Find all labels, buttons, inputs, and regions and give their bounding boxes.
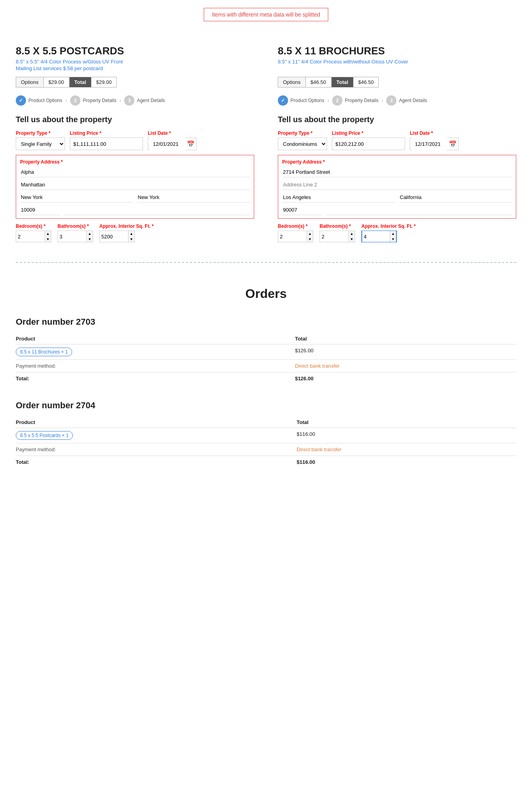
bathrooms-spinner-left: ▲ ▼ <box>58 231 93 242</box>
property-type-group-left: Property Type * Single Family Condominiu… <box>16 130 65 150</box>
list-date-input-right[interactable] <box>412 138 447 150</box>
property-type-select-left[interactable]: Single Family Condominiums Townhouse <box>16 138 65 150</box>
product-right-subtitle2 <box>278 65 516 71</box>
order-2704-payment-value: Direct bank transfer <box>297 443 516 456</box>
step-arrow-left-2: › <box>119 98 121 103</box>
total-tab-left[interactable]: Total <box>69 77 91 87</box>
bedrooms-group-right: Bedroom(s) * ▲ ▼ <box>278 223 313 242</box>
listing-price-label-right: Listing Price * <box>332 130 405 136</box>
order-2703-product-total: $126.00 <box>295 344 516 360</box>
bedrooms-arrows-right: ▲ ▼ <box>307 231 313 242</box>
address-line1-left[interactable] <box>20 167 250 177</box>
step-circle-left-2: 2 <box>70 95 80 106</box>
options-tab-left[interactable]: Options <box>16 77 44 87</box>
product-left-subtitle2: Mailing List services $.58 per postcard <box>16 65 254 71</box>
alert-text: Items with different meta data will be s… <box>212 11 320 18</box>
order-2704: Order number 2704 Product Total 8.5 x 5.… <box>16 400 516 468</box>
step-circle-right-2: 2 <box>332 95 342 106</box>
property-type-select-right[interactable]: Single Family Condominiums Townhouse <box>278 138 327 150</box>
address-box-right: Property Address * <box>278 155 516 219</box>
product-right-subtitle1: 8.5" x 11" 4/4 Color Process with/withou… <box>278 59 516 65</box>
bathrooms-up-left[interactable]: ▲ <box>87 231 93 236</box>
sqft-input-left[interactable] <box>100 231 128 242</box>
order-2704-table: Product Total 8.5 x 5.5 Postcards × 1 $1… <box>16 417 516 468</box>
order-2703-payment-value: Direct bank transfer <box>295 360 516 372</box>
bedrooms-down-right[interactable]: ▼ <box>307 236 313 242</box>
bathrooms-label-right: Bathroom(s) * <box>320 223 355 229</box>
order-2704-total-col: Total <box>297 417 516 428</box>
options-tab-right[interactable]: Options <box>278 77 306 87</box>
bathrooms-arrows-left: ▲ ▼ <box>86 231 93 242</box>
step-circle-left-3: 3 <box>124 95 134 106</box>
list-date-input-left[interactable] <box>150 138 185 150</box>
bedrooms-input-right[interactable] <box>278 231 307 242</box>
section-divider <box>16 262 516 263</box>
step-left-1: ✓ Product Options <box>16 95 62 106</box>
property-type-label-left: Property Type * <box>16 130 65 136</box>
order-2704-payment-row: Payment method: Direct bank transfer <box>16 443 516 456</box>
form-row-type-left: Property Type * Single Family Condominiu… <box>16 130 254 150</box>
address-label-left: Property Address * <box>20 159 250 165</box>
listing-price-input-left[interactable] <box>70 138 143 150</box>
sqft-down-left[interactable]: ▼ <box>128 236 134 242</box>
steps-right: ✓ Product Options › 2 Property Details ›… <box>278 95 516 106</box>
address-line2-left[interactable] <box>20 180 250 190</box>
sqft-down-right[interactable]: ▼ <box>390 236 396 242</box>
step-label-right-1: Product Options <box>290 98 324 103</box>
bathrooms-down-left[interactable]: ▼ <box>87 236 93 242</box>
sqft-group-left: Approx. Interior Sq. Ft. * ▲ ▼ <box>99 223 154 242</box>
order-2704-product-link[interactable]: 8.5 x 5.5 Postcards × 1 <box>16 431 73 440</box>
bedrooms-up-right[interactable]: ▲ <box>307 231 313 236</box>
bedrooms-up-left[interactable]: ▲ <box>45 231 51 236</box>
calendar-icon-right[interactable]: 📅 <box>449 140 457 148</box>
list-date-label-right: List Date * <box>410 130 459 136</box>
bedrooms-down-left[interactable]: ▼ <box>45 236 51 242</box>
alert-banner: Items with different meta data will be s… <box>204 8 328 21</box>
order-2703-product-link[interactable]: 8.5 x 11 Brochures × 1 <box>16 348 72 356</box>
bedrooms-group-left: Bedroom(s) * ▲ ▼ <box>16 223 51 242</box>
bedrooms-label-right: Bedroom(s) * <box>278 223 313 229</box>
total-price-right: $46.50 <box>353 77 379 87</box>
bathrooms-input-right[interactable] <box>320 231 348 242</box>
bathrooms-input-left[interactable] <box>58 231 86 242</box>
sqft-up-left[interactable]: ▲ <box>128 231 134 236</box>
order-2703-total-row: Total: $126.00 <box>16 372 516 385</box>
city-right[interactable] <box>282 192 395 203</box>
spinners-left: Bedroom(s) * ▲ ▼ Bathroom(s) * ▲ <box>16 223 254 242</box>
sqft-up-right[interactable]: ▲ <box>390 231 396 236</box>
sqft-input-right[interactable] <box>362 231 390 242</box>
address-box-left: Property Address * <box>16 155 254 219</box>
city-left[interactable] <box>20 192 133 203</box>
sqft-spinner-right: ▲ ▼ <box>361 231 397 242</box>
step-right-2: 2 Property Details <box>332 95 378 106</box>
listing-price-group-left: Listing Price * <box>70 130 143 150</box>
state-right[interactable] <box>399 192 512 203</box>
bathrooms-down-right[interactable]: ▼ <box>349 236 355 242</box>
step-label-left-2: Property Details <box>83 98 116 103</box>
order-2704-payment-label: Payment method: <box>16 443 297 456</box>
orders-title: Orders <box>16 286 516 301</box>
sqft-spinner-left: ▲ ▼ <box>99 231 135 242</box>
spinners-right: Bedroom(s) * ▲ ▼ Bathroom(s) * ▲ <box>278 223 516 242</box>
form-row-type-right: Property Type * Single Family Condominiu… <box>278 130 516 150</box>
step-arrow-left-1: › <box>65 98 67 103</box>
zip2-right[interactable] <box>326 205 512 215</box>
state-left[interactable] <box>137 192 250 203</box>
zip2-left[interactable] <box>63 205 250 215</box>
address-label-right: Property Address * <box>282 159 512 165</box>
address-line2-right[interactable] <box>282 180 512 190</box>
calendar-icon-left[interactable]: 📅 <box>187 140 195 148</box>
zip-left[interactable] <box>20 205 60 215</box>
bedrooms-input-left[interactable] <box>16 231 45 242</box>
bathrooms-arrows-right: ▲ ▼ <box>348 231 355 242</box>
bathrooms-up-right[interactable]: ▲ <box>349 231 355 236</box>
options-price-left: $29.00 <box>44 77 69 87</box>
zip-right[interactable] <box>282 205 322 215</box>
bathrooms-label-left: Bathroom(s) * <box>58 223 93 229</box>
bathrooms-group-left: Bathroom(s) * ▲ ▼ <box>58 223 93 242</box>
total-tab-right[interactable]: Total <box>331 77 353 87</box>
listing-price-input-right[interactable] <box>332 138 405 150</box>
address-line1-right[interactable] <box>282 167 512 177</box>
step-arrow-right-2: › <box>381 98 383 103</box>
step-left-3: 3 Agent Details <box>124 95 165 106</box>
